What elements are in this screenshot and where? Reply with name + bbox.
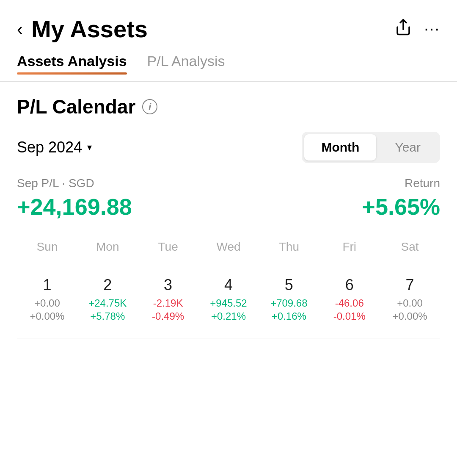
pl-summary: Sep P/L · SGD +24,169.88 Return +5.65% [17, 177, 440, 220]
calendar-cell-2[interactable]: 2 +24.75K +5.78% [77, 271, 138, 328]
month-selector[interactable]: Sep 2024 ▾ [17, 138, 92, 156]
more-options-icon[interactable]: ··· [424, 20, 440, 38]
share-icon[interactable] [394, 18, 412, 40]
cell-date-4: 4 [224, 276, 233, 294]
info-icon[interactable]: i [142, 99, 157, 114]
pl-label: Sep P/L · SGD [17, 177, 132, 190]
day-header-tue: Tue [138, 235, 198, 259]
calendar-cell-1[interactable]: 1 +0.00 +0.00% [17, 271, 77, 328]
cell-date-3: 3 [164, 276, 172, 294]
cell-pl-2: +24.75K +5.78% [88, 296, 127, 323]
tab-assets-analysis[interactable]: Assets Analysis [17, 53, 127, 73]
cell-pl-6: -46.06 -0.01% [333, 296, 366, 323]
cell-pl-1: +0.00 +0.00% [30, 296, 64, 323]
calendar-controls: Sep 2024 ▾ Month Year [17, 132, 440, 163]
pl-left: Sep P/L · SGD +24,169.88 [17, 177, 132, 220]
page-title: My Assets [31, 15, 148, 43]
year-toggle-button[interactable]: Year [378, 134, 438, 161]
dropdown-arrow-icon: ▾ [87, 142, 92, 153]
calendar-cell-7[interactable]: 7 +0.00 +0.00% [380, 271, 440, 328]
pl-right: Return +5.65% [362, 177, 440, 220]
return-label: Return [362, 177, 440, 190]
day-header-thu: Thu [259, 235, 319, 259]
calendar-header-divider [17, 264, 440, 264]
day-header-mon: Mon [77, 235, 138, 259]
cell-pl-3: -2.19K -0.49% [152, 296, 184, 323]
view-toggle: Month Year [302, 132, 440, 163]
day-header-sat: Sat [380, 235, 440, 259]
cell-date-7: 7 [406, 276, 414, 294]
back-button[interactable]: ‹ [17, 20, 23, 38]
calendar-cell-5[interactable]: 5 +709.68 +0.16% [259, 271, 319, 328]
header: ‹ My Assets ··· [0, 0, 457, 53]
calendar-week-1: 1 +0.00 +0.00% 2 +24.75K +5.78% 3 -2.19K [17, 271, 440, 328]
cell-date-6: 6 [345, 276, 354, 294]
month-selector-text: Sep 2024 [17, 138, 82, 156]
cell-pl-4: +945.52 +0.21% [210, 296, 247, 323]
cell-date-1: 1 [43, 276, 51, 294]
calendar-grid: Sun Mon Tue Wed Thu Fri Sat 1 +0.00 +0.0… [17, 235, 440, 338]
calendar-cell-6[interactable]: 6 -46.06 -0.01% [319, 271, 380, 328]
day-header-fri: Fri [319, 235, 380, 259]
section-title-container: P/L Calendar i [17, 95, 440, 118]
day-header-sun: Sun [17, 235, 77, 259]
calendar-header-row: Sun Mon Tue Wed Thu Fri Sat [17, 235, 440, 259]
header-left: ‹ My Assets [17, 15, 148, 43]
header-right: ··· [394, 18, 440, 40]
tab-divider [0, 81, 457, 82]
cell-date-2: 2 [103, 276, 112, 294]
cell-pl-5: +709.68 +0.16% [270, 296, 307, 323]
return-value: +5.65% [362, 194, 440, 220]
pl-calendar-section: P/L Calendar i Sep 2024 ▾ Month Year Sep… [0, 95, 457, 338]
cell-pl-7: +0.00 +0.00% [393, 296, 427, 323]
calendar-cell-4[interactable]: 4 +945.52 +0.21% [198, 271, 259, 328]
month-toggle-button[interactable]: Month [304, 134, 376, 161]
tabs: Assets Analysis P/L Analysis [0, 53, 457, 81]
calendar-cell-3[interactable]: 3 -2.19K -0.49% [138, 271, 198, 328]
day-header-wed: Wed [198, 235, 259, 259]
tab-pl-analysis[interactable]: P/L Analysis [147, 53, 225, 73]
section-title: P/L Calendar [17, 95, 135, 118]
cell-date-5: 5 [285, 276, 293, 294]
pl-value: +24,169.88 [17, 194, 132, 220]
week-1-bottom-divider [17, 338, 440, 338]
